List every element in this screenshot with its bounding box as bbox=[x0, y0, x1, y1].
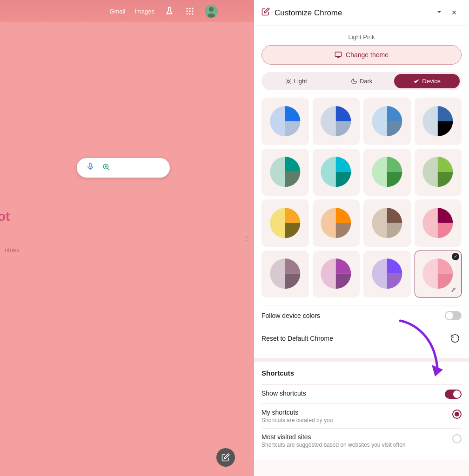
svg-point-0 bbox=[187, 8, 188, 9]
shortcuts-section: Shortcuts Show shortcuts My shortcuts Sh… bbox=[254, 362, 469, 460]
svg-point-2 bbox=[192, 8, 193, 9]
svg-point-5 bbox=[192, 10, 193, 12]
my-shortcuts-desc: Shortcuts are curated by you bbox=[261, 417, 333, 423]
images-link[interactable]: Images bbox=[134, 8, 154, 15]
current-theme-label: Light Pink bbox=[261, 33, 462, 40]
light-mode-button[interactable]: Light bbox=[263, 74, 329, 88]
color-swatch-blue-1[interactable] bbox=[261, 98, 309, 145]
eyedropper-icon bbox=[451, 286, 458, 294]
avatar[interactable] bbox=[205, 5, 218, 18]
panel-title: Customize Chrome bbox=[275, 8, 432, 18]
search-area bbox=[9, 158, 237, 178]
color-swatch-grid: ✓ bbox=[261, 98, 462, 298]
my-shortcuts-row: My shortcuts Shortcuts are curated by yo… bbox=[261, 403, 462, 428]
panel-resize-handle[interactable]: ⋮ bbox=[244, 229, 249, 247]
svg-point-6 bbox=[187, 13, 188, 14]
doodle-text: ot bbox=[0, 209, 10, 224]
my-shortcuts-radio[interactable] bbox=[452, 410, 462, 419]
color-swatch-orange[interactable] bbox=[313, 199, 360, 247]
panel-pencil-icon bbox=[261, 7, 270, 18]
device-mode-button[interactable]: Device bbox=[394, 74, 460, 88]
entries-text: ntries bbox=[5, 246, 20, 253]
theme-section: Light Pink Change theme Light bbox=[254, 26, 469, 362]
svg-rect-16 bbox=[335, 52, 341, 56]
follow-device-colors-label: Follow device colors bbox=[261, 312, 320, 319]
color-swatch-blue-4[interactable] bbox=[415, 98, 462, 145]
mode-toggle-group: Light Dark Device bbox=[261, 72, 462, 90]
most-visited-label: Most visited sites bbox=[261, 433, 406, 441]
color-swatch-pink[interactable] bbox=[415, 199, 462, 247]
panel-close-button[interactable]: × bbox=[447, 6, 462, 20]
svg-line-15 bbox=[107, 168, 109, 170]
follow-device-colors-toggle[interactable] bbox=[445, 311, 462, 320]
panel-scrollable-content[interactable]: Light Pink Change theme Light bbox=[254, 26, 469, 476]
svg-point-17 bbox=[287, 80, 289, 82]
svg-point-7 bbox=[189, 13, 190, 14]
color-swatch-brown[interactable] bbox=[363, 199, 411, 247]
reset-label: Reset to Default Chrome bbox=[261, 335, 333, 342]
color-swatch-purple-2[interactable] bbox=[363, 251, 411, 298]
color-swatch-blue-3[interactable] bbox=[363, 98, 411, 145]
lab-icon[interactable] bbox=[164, 6, 175, 17]
reset-to-default-row: Reset to Default Chrome bbox=[261, 326, 462, 350]
color-swatch-green-1[interactable] bbox=[363, 149, 411, 196]
most-visited-desc: Shortcuts are suggested based on website… bbox=[261, 442, 406, 448]
svg-point-8 bbox=[192, 13, 193, 14]
color-swatch-teal-2[interactable] bbox=[313, 149, 360, 196]
svg-point-3 bbox=[187, 10, 188, 12]
svg-point-10 bbox=[209, 7, 214, 12]
customize-chrome-panel: Customize Chrome × Light Pink Change the… bbox=[254, 0, 469, 476]
color-swatch-mauve[interactable] bbox=[261, 251, 309, 298]
color-swatch-blue-2[interactable] bbox=[313, 98, 360, 145]
swatch-selected-check: ✓ bbox=[452, 253, 459, 260]
color-swatch-green-2[interactable] bbox=[415, 149, 462, 196]
svg-point-4 bbox=[189, 10, 190, 12]
my-shortcuts-label: My shortcuts bbox=[261, 409, 333, 416]
gmail-link[interactable]: Gmail bbox=[109, 8, 125, 15]
panel-header: Customize Chrome × bbox=[254, 0, 469, 26]
dark-mode-button[interactable]: Dark bbox=[329, 74, 395, 88]
svg-point-1 bbox=[189, 8, 190, 9]
show-shortcuts-toggle[interactable] bbox=[445, 390, 462, 399]
panel-dropdown-icon[interactable] bbox=[436, 9, 442, 16]
lens-icon[interactable] bbox=[102, 163, 110, 173]
color-swatch-light-pink-selected[interactable]: ✓ bbox=[415, 251, 462, 298]
most-visited-row: Most visited sites Shortcuts are suggest… bbox=[261, 428, 462, 453]
show-shortcuts-label: Show shortcuts bbox=[261, 390, 306, 397]
shortcuts-section-title: Shortcuts bbox=[261, 369, 462, 377]
svg-point-14 bbox=[105, 165, 107, 168]
show-shortcuts-row: Show shortcuts bbox=[261, 384, 462, 403]
svg-rect-12 bbox=[89, 164, 92, 167]
most-visited-radio[interactable] bbox=[452, 434, 462, 443]
reset-button[interactable] bbox=[449, 332, 462, 345]
follow-device-colors-row: Follow device colors bbox=[261, 305, 462, 326]
mic-icon[interactable] bbox=[86, 163, 94, 173]
edit-button[interactable] bbox=[216, 448, 235, 467]
change-theme-button[interactable]: Change theme bbox=[261, 45, 462, 65]
search-bar[interactable] bbox=[77, 158, 170, 178]
color-swatch-yellow[interactable] bbox=[261, 199, 309, 247]
apps-grid-icon[interactable] bbox=[184, 6, 195, 17]
color-swatch-purple-1[interactable] bbox=[313, 251, 360, 298]
color-swatch-teal-1[interactable] bbox=[261, 149, 309, 196]
